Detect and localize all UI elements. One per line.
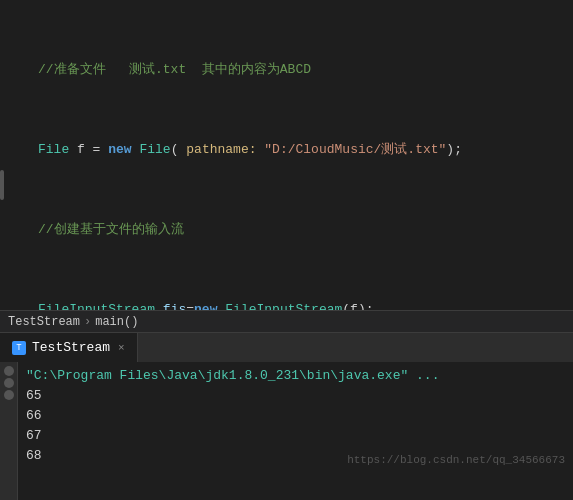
console-wrapper: "C:\Program Files\Java\jdk1.8.0_231\bin\… [0,362,573,500]
console-icon-3 [4,390,14,400]
console-output-65: 65 [18,386,573,406]
console-output-text-66: 66 [26,406,42,426]
scroll-indicator [0,170,4,200]
console-icon-2 [4,378,14,388]
console-output-66: 66 [18,406,573,426]
tab-label: TestStream [32,340,110,355]
console-cmd-text: "C:\Program Files\Java\jdk1.8.0_231\bin\… [26,366,439,386]
console-output-text-67: 67 [26,426,42,446]
code-line: //创建基于文件的输入流 [38,220,565,240]
console-output-68: 68 [18,446,573,466]
tab-close-button[interactable]: × [118,342,125,354]
breadcrumb-bar: TestStream › main() [0,310,573,332]
code-line: //准备文件 测试.txt 其中的内容为ABCD [38,60,565,80]
tab-bar: T TestStream × [0,332,573,362]
console-left-bar [0,362,18,500]
console-output-text-65: 65 [26,386,42,406]
line-numbers [0,0,30,310]
code-line: FileInputStream fis=new FileInputStream(… [38,300,565,310]
tab-item-teststream[interactable]: T TestStream × [0,333,138,363]
console-area: "C:\Program Files\Java\jdk1.8.0_231\bin\… [18,362,573,470]
console-output-67: 67 [18,426,573,446]
console-main[interactable]: "C:\Program Files\Java\jdk1.8.0_231\bin\… [18,362,573,500]
code-content[interactable]: //准备文件 测试.txt 其中的内容为ABCD File f = new Fi… [30,0,573,310]
console-output-text-68: 68 [26,446,42,466]
editor-container: //准备文件 测试.txt 其中的内容为ABCD File f = new Fi… [0,0,573,500]
breadcrumb-method[interactable]: main() [95,315,138,329]
tab-icon: T [12,341,26,355]
console-icon-1 [4,366,14,376]
breadcrumb-separator: › [84,315,91,329]
code-line: File f = new File( pathname: "D:/CloudMu… [38,140,565,160]
console-cmd-line: "C:\Program Files\Java\jdk1.8.0_231\bin\… [18,366,573,386]
code-editor[interactable]: //准备文件 测试.txt 其中的内容为ABCD File f = new Fi… [0,0,573,310]
breadcrumb-file[interactable]: TestStream [8,315,80,329]
